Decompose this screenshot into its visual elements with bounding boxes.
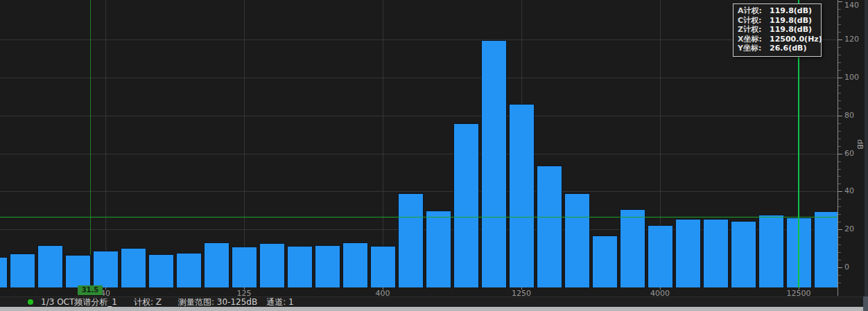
bar-31.5hz[interactable] [65, 255, 91, 287]
y-axis-minor-tick [838, 108, 841, 109]
y-axis-major-tick [838, 116, 842, 116]
bar-160hz[interactable] [259, 243, 285, 287]
bar-100hz[interactable] [204, 242, 229, 287]
bar-1600hz[interactable] [537, 166, 562, 287]
readout-label: Z计权: [738, 25, 770, 35]
bar-8000hz[interactable] [731, 221, 756, 287]
status-bar: 1/3 OCT频谱分析_1 计权: Z 测量范围: 30-125dB 通道: 1 [0, 296, 863, 307]
cursor-readout-tooltip: A计权: 119.8(dB) C计权: 119.8(dB) Z计权: 119.8… [733, 3, 822, 57]
readout-label: C计权: [738, 16, 770, 26]
bar-3150hz[interactable] [620, 209, 645, 287]
y-axis-major-tick [838, 229, 842, 230]
readout-label: X坐标: [738, 35, 770, 44]
bar-80hz[interactable] [176, 253, 202, 287]
bar-50hz[interactable] [121, 248, 146, 287]
bar-500hz[interactable] [398, 193, 424, 287]
bar-2000hz[interactable] [564, 193, 590, 287]
vertical-gridline [244, 0, 245, 287]
y-axis-major-tick [838, 39, 842, 40]
y-axis-minor-tick [838, 139, 841, 139]
y-axis-minor-tick [838, 146, 841, 147]
bar-315hz[interactable] [342, 242, 368, 287]
y-axis-minor-tick [838, 62, 841, 63]
bar-63hz[interactable] [148, 254, 174, 287]
band-marker-line[interactable] [90, 0, 91, 287]
readout-row-y-coord: Y坐标: 26.6(dB) [738, 44, 817, 53]
x-axis-tick-label: 400 [376, 289, 390, 298]
y-axis-major-tick [838, 78, 842, 78]
bar-400hz[interactable] [370, 246, 396, 287]
y-axis-minor-tick [838, 245, 841, 245]
bar-630hz[interactable] [426, 211, 451, 287]
y-axis-line [837, 0, 838, 296]
y-axis-minor-tick [838, 131, 841, 132]
y-axis-minor-tick [838, 32, 841, 33]
bar-6300hz[interactable] [703, 219, 729, 287]
x-axis-tick-label: 12500 [787, 289, 811, 298]
bar-16hz[interactable] [0, 257, 8, 287]
bar-250hz[interactable] [315, 245, 340, 287]
bar-5000hz[interactable] [675, 219, 701, 287]
y-axis-minor-tick [838, 123, 841, 124]
y-axis-major-tick [838, 1, 842, 2]
x-axis-tick-label: 4000 [650, 289, 670, 298]
y-axis-unit-label: dB [856, 139, 865, 150]
bar-40hz[interactable] [93, 251, 119, 287]
measurement-range-status: 测量范围: 30-125dB [178, 296, 257, 308]
horizontal-gridline [0, 78, 837, 78]
y-axis-tick-label: 60 [844, 150, 854, 158]
readout-row-c-weight: C计权: 119.8(dB) [738, 16, 817, 26]
bar-2500hz[interactable] [592, 236, 618, 287]
y-axis-minor-tick [838, 93, 841, 94]
cursor-horizontal-line[interactable] [0, 217, 837, 217]
y-axis-tick-label: 0 [844, 263, 849, 272]
y-axis-minor-tick [838, 55, 841, 55]
chart-plot-area[interactable] [0, 0, 837, 287]
scrollbar-corner [863, 296, 868, 311]
x-axis-tick-label: 125 [237, 289, 252, 298]
marker-frequency-badge: 31.5 [78, 285, 103, 295]
weighting-status: 计权: Z [134, 296, 162, 308]
measurement-title: 1/3 OCT频谱分析_1 [41, 296, 117, 308]
y-axis-minor-tick [838, 169, 841, 170]
y-axis-tick-label: 80 [844, 112, 854, 120]
readout-row-x-coord: X坐标: 12500.0(Hz) [738, 35, 817, 44]
vertical-gridline [105, 0, 106, 287]
y-axis-minor-tick [838, 283, 841, 283]
readout-value: 26.6(dB) [770, 44, 806, 53]
readout-value: 12500.0(Hz) [770, 35, 822, 44]
y-axis-tick-label: 100 [844, 73, 859, 82]
bar-800hz[interactable] [453, 123, 479, 287]
bar-200hz[interactable] [287, 246, 313, 287]
bar-125hz[interactable] [232, 247, 257, 287]
bar-25hz[interactable] [37, 245, 63, 287]
y-axis-minor-tick [838, 237, 841, 238]
bar-10000hz[interactable] [758, 215, 784, 287]
right-edge-strip [865, 0, 868, 311]
vertical-gridline [383, 0, 383, 287]
bar-16000hz[interactable] [814, 211, 837, 287]
channel-status: 通道: 1 [266, 296, 294, 308]
y-axis-minor-tick [838, 47, 841, 48]
y-axis-minor-tick [838, 260, 841, 260]
y-axis-tick-label: 20 [844, 225, 854, 233]
y-axis-minor-tick [838, 176, 841, 177]
y-axis-minor-tick [838, 17, 841, 17]
y-axis-minor-tick [838, 24, 841, 25]
bar-1000hz[interactable] [481, 40, 507, 287]
bar-20hz[interactable] [10, 254, 35, 287]
y-axis-minor-tick [838, 222, 841, 222]
x-axis-tick-label: 1250 [512, 289, 531, 298]
y-axis-minor-tick [838, 9, 841, 10]
bar-1250hz[interactable] [509, 104, 535, 287]
y-axis-minor-tick [838, 206, 841, 207]
readout-value: 119.8(dB) [770, 16, 812, 26]
readout-row-z-weight: Z计权: 119.8(dB) [738, 25, 817, 35]
y-axis-minor-tick [838, 184, 841, 184]
y-axis-tick-label: 40 [844, 187, 854, 195]
readout-value: 119.8(dB) [770, 6, 812, 16]
bar-4000hz[interactable] [648, 225, 673, 287]
y-axis-tick-label: 140 [844, 1, 859, 10]
y-axis-minor-tick [838, 100, 841, 101]
horizontal-gridline [0, 39, 837, 40]
